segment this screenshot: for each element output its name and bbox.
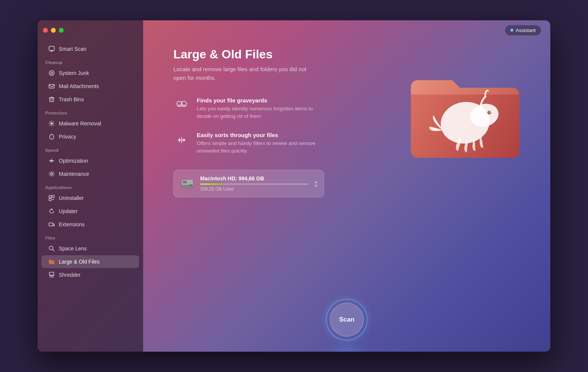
drive-bar-fill xyxy=(200,183,223,185)
svg-rect-26 xyxy=(52,195,54,198)
sidebar-item-uninstaller[interactable]: Uninstaller xyxy=(41,192,139,204)
sidebar-item-large-old-files[interactable]: Large & Old Files xyxy=(41,255,139,268)
sidebar-item-optimization[interactable]: Optimization xyxy=(41,154,139,167)
privacy-icon xyxy=(48,133,55,140)
scan-label: Scan xyxy=(339,316,355,323)
trash-icon xyxy=(48,96,55,103)
svg-point-3 xyxy=(49,71,54,76)
folder-art xyxy=(403,55,524,168)
section-files: Files xyxy=(38,231,143,242)
updater-icon xyxy=(48,208,55,215)
svg-rect-5 xyxy=(49,84,54,88)
sidebar-item-shredder[interactable]: Shredder xyxy=(41,268,139,281)
content-right xyxy=(400,47,528,168)
svg-point-41 xyxy=(183,105,185,107)
svg-rect-0 xyxy=(49,46,54,50)
scan-button[interactable]: Scan xyxy=(330,303,364,337)
feature-text-graveyards: Finds your file graveyards Lets you easi… xyxy=(197,97,317,120)
sidebar-item-privacy[interactable]: Privacy xyxy=(41,130,139,143)
svg-line-31 xyxy=(53,250,55,252)
sidebar-label-optimization: Optimization xyxy=(59,158,88,164)
sidebar-item-smart-scan[interactable]: Smart Scan xyxy=(41,43,139,55)
svg-point-11 xyxy=(51,122,53,125)
sidebar-item-malware-removal[interactable]: Malware Removal xyxy=(41,117,139,130)
malware-icon xyxy=(48,120,55,127)
sidebar-item-updater[interactable]: Updater xyxy=(41,205,139,218)
sidebar-label-uninstaller: Uninstaller xyxy=(59,195,84,201)
sidebar-label-updater: Updater xyxy=(59,208,78,214)
title-bar xyxy=(38,20,143,40)
sidebar-nav: Smart Scan Cleanup System Junk xyxy=(38,40,143,352)
sidebar-item-extensions[interactable]: Extensions xyxy=(41,218,139,231)
close-button[interactable] xyxy=(43,28,48,33)
svg-rect-27 xyxy=(49,198,51,201)
sidebar-label-extensions: Extensions xyxy=(59,221,84,227)
shredder-icon xyxy=(48,271,55,278)
svg-line-18 xyxy=(53,122,54,122)
drive-info: Macintosh HD: 994,66 GB 208,28 GB Used xyxy=(200,175,309,192)
optimization-icon xyxy=(48,157,55,164)
uninstaller-icon xyxy=(48,195,55,201)
sidebar-item-maintenance[interactable]: Maintenance xyxy=(41,168,139,180)
sidebar-label-malware: Malware Removal xyxy=(59,120,101,127)
feature-item-graveyards: Finds your file graveyards Lets you easi… xyxy=(173,97,384,120)
sidebar-label-shredder: Shredder xyxy=(59,272,81,278)
sidebar-label-space-lens: Space Lens xyxy=(59,245,87,252)
smart-scan-icon xyxy=(48,46,55,52)
scan-button-area: Scan xyxy=(143,299,550,352)
svg-point-24 xyxy=(51,173,53,175)
svg-point-47 xyxy=(183,139,185,141)
folder-icon xyxy=(48,258,55,265)
sidebar-item-system-junk[interactable]: System Junk xyxy=(41,67,139,79)
drive-name: Macintosh HD: 994,66 GB xyxy=(200,175,309,181)
minimize-button[interactable] xyxy=(51,28,56,33)
svg-rect-29 xyxy=(49,223,53,226)
sidebar-label-smart-scan: Smart Scan xyxy=(59,46,86,52)
page-title: Large & Old Files xyxy=(173,47,384,61)
feature-title-graveyards: Finds your file graveyards xyxy=(197,97,317,104)
feature-title-sorts: Easily sorts through your files xyxy=(197,132,317,138)
svg-point-56 xyxy=(489,111,490,113)
sidebar-label-system-junk: System Junk xyxy=(59,70,89,76)
feature-desc-sorts: Offers simple and handy filters to revie… xyxy=(197,140,317,155)
svg-rect-52 xyxy=(183,186,192,186)
svg-rect-6 xyxy=(50,98,54,102)
svg-rect-32 xyxy=(49,272,54,275)
svg-line-35 xyxy=(51,276,52,277)
maintenance-icon xyxy=(48,171,55,177)
section-protection: Protection xyxy=(38,106,143,117)
sidebar-label-large-old-files: Large & Old Files xyxy=(59,259,100,265)
svg-rect-33 xyxy=(49,275,54,276)
svg-point-40 xyxy=(179,105,181,107)
svg-line-19 xyxy=(50,125,50,125)
space-lens-icon xyxy=(48,245,55,252)
svg-point-46 xyxy=(179,139,181,141)
svg-line-17 xyxy=(53,125,54,125)
assistant-button[interactable]: Assistant xyxy=(505,25,541,36)
svg-line-34 xyxy=(50,276,50,277)
svg-point-4 xyxy=(51,72,53,74)
topbar: Assistant xyxy=(143,20,550,40)
sidebar: Smart Scan Cleanup System Junk xyxy=(38,20,143,352)
assistant-dot xyxy=(510,29,513,32)
page-subtitle: Locate and remove large files and folder… xyxy=(173,65,317,82)
sidebar-label-mail-attachments: Mail Attachments xyxy=(59,83,99,89)
sidebar-item-space-lens[interactable]: Space Lens xyxy=(41,242,139,255)
maximize-button[interactable] xyxy=(59,28,64,33)
svg-line-16 xyxy=(50,122,50,122)
graveyards-icon xyxy=(173,97,190,114)
section-speed: Speed xyxy=(38,143,143,154)
sidebar-item-mail-attachments[interactable]: Mail Attachments xyxy=(41,80,139,93)
feature-desc-graveyards: Lets you easily identify numerous forgot… xyxy=(197,105,317,120)
svg-rect-50 xyxy=(183,181,187,183)
drive-selector[interactable]: Macintosh HD: 994,66 GB 208,28 GB Used ▲… xyxy=(173,170,324,197)
svg-line-36 xyxy=(52,276,53,277)
svg-rect-25 xyxy=(49,195,51,198)
sorts-icon xyxy=(173,132,190,148)
system-junk-icon xyxy=(48,70,55,76)
scan-button-outer: Scan xyxy=(326,299,368,340)
app-window: Smart Scan Cleanup System Junk xyxy=(38,20,550,352)
scan-glow xyxy=(324,344,369,352)
sidebar-item-trash-bins[interactable]: Trash Bins xyxy=(41,93,139,106)
mail-icon xyxy=(48,83,55,90)
